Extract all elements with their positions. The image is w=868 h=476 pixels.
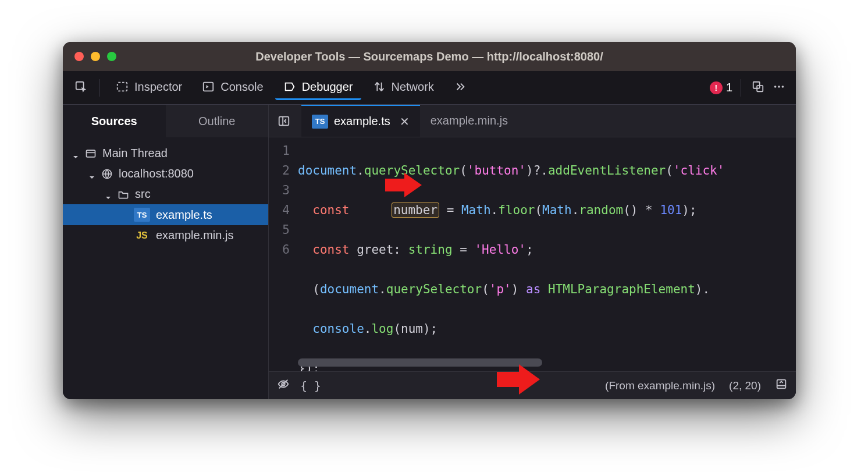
horizontal-scrollbar[interactable]: [298, 358, 542, 367]
svg-point-6: [778, 86, 780, 88]
caret-down-icon: [105, 191, 112, 198]
file-tree: Main Thread localhost:8080 src TS exampl…: [63, 137, 268, 246]
tree-host[interactable]: localhost:8080: [63, 164, 268, 184]
tree-label: example.min.js: [156, 229, 233, 242]
tree-label: Main Thread: [102, 147, 168, 160]
eye-off-icon: [277, 378, 290, 390]
svg-rect-1: [118, 83, 127, 91]
tree-folder-src[interactable]: src: [63, 184, 268, 204]
tree-label: localhost:8080: [119, 167, 194, 180]
editor-statusbar: { } (From example.min.js) (2, 20): [269, 371, 796, 399]
close-window-button[interactable]: [74, 52, 84, 61]
pointer-icon: [74, 80, 87, 93]
tab-label: Inspector: [134, 80, 182, 94]
line-gutter: 1 2 3 4 5 6: [269, 137, 298, 371]
error-badge-icon: !: [710, 81, 723, 94]
maximize-window-button[interactable]: [107, 52, 116, 61]
separator: [741, 79, 741, 97]
tab-network[interactable]: Network: [365, 76, 442, 100]
editor-area: TS example.ts ✕ example.min.js 1 2 3 4 5…: [269, 105, 796, 399]
tab-filename: example.min.js: [431, 114, 508, 127]
error-count: 1: [726, 81, 732, 94]
dock-mode-button[interactable]: [749, 76, 767, 100]
caret-down-icon: [72, 150, 79, 157]
minimize-window-button[interactable]: [91, 52, 100, 61]
tab-console[interactable]: Console: [194, 76, 271, 100]
ts-badge-icon: TS: [134, 208, 150, 222]
svg-rect-8: [87, 150, 95, 157]
tab-filename: example.ts: [334, 115, 390, 128]
sources-sidebar: Sources Outline Main Thread localhost:80…: [63, 105, 269, 399]
sidebar-tab-sources[interactable]: Sources: [63, 105, 166, 137]
window-title: Developer Tools — Sourcemaps Demo — http…: [63, 50, 796, 63]
tree-main-thread[interactable]: Main Thread: [63, 143, 268, 164]
tab-label: Console: [220, 80, 263, 94]
devtools-toolbar: Inspector Console Debugger Network ! 1: [63, 71, 796, 105]
tree-label: example.ts: [156, 208, 212, 222]
sidebar-tab-outline[interactable]: Outline: [166, 105, 269, 137]
window-icon: [85, 148, 97, 159]
tree-label: src: [135, 187, 151, 201]
blackbox-button[interactable]: [277, 378, 290, 393]
devtools-window: Developer Tools — Sourcemaps Demo — http…: [63, 42, 796, 399]
code-content: document.querySelector('button')?.addEve…: [298, 137, 796, 371]
sidebar-tabs: Sources Outline: [63, 105, 268, 137]
tab-label: Network: [392, 80, 434, 94]
tab-inspector[interactable]: Inspector: [108, 76, 190, 100]
code-editor[interactable]: 1 2 3 4 5 6 document.querySelector('butt…: [269, 137, 796, 371]
svg-point-7: [782, 86, 784, 88]
sourcemap-origin: (From example.min.js): [605, 379, 715, 392]
globe-icon: [101, 168, 113, 180]
highlighted-token: number: [392, 203, 439, 218]
tree-file-example-ts[interactable]: TS example.ts: [63, 204, 268, 225]
editor-tab-example-ts[interactable]: TS example.ts ✕: [301, 105, 420, 137]
error-indicator[interactable]: ! 1: [710, 81, 732, 94]
js-badge-icon: JS: [134, 230, 150, 241]
toggle-sidebar-button[interactable]: [273, 111, 294, 132]
console-icon: [202, 80, 215, 93]
caret-down-icon: [88, 170, 95, 177]
titlebar: Developer Tools — Sourcemaps Demo — http…: [63, 42, 796, 71]
editor-tab-example-min-js[interactable]: example.min.js: [420, 105, 518, 137]
editor-tabs: TS example.ts ✕ example.min.js: [269, 105, 796, 137]
tab-debugger[interactable]: Debugger: [275, 76, 361, 100]
pretty-print-button[interactable]: { }: [300, 379, 321, 393]
tabs-overflow-button[interactable]: [446, 76, 475, 100]
tree-file-example-min-js[interactable]: JS example.min.js: [63, 225, 268, 246]
traffic-lights: [74, 52, 116, 61]
panel-left-icon: [278, 115, 290, 127]
network-icon: [373, 80, 386, 93]
panel-bottom-icon: [775, 378, 788, 390]
close-tab-button[interactable]: ✕: [400, 115, 410, 129]
inspector-icon: [116, 80, 129, 93]
dots-icon: [773, 80, 785, 93]
svg-point-5: [774, 86, 777, 88]
ts-badge-icon: TS: [312, 115, 328, 129]
folder-icon: [118, 189, 129, 200]
separator: [99, 79, 99, 97]
cursor-position: (2, 20): [729, 379, 761, 392]
devtools-body: Sources Outline Main Thread localhost:80…: [63, 105, 796, 399]
chevrons-right-icon: [454, 80, 467, 93]
dock-icon: [752, 80, 764, 93]
toggle-bottom-panel-button[interactable]: [775, 378, 788, 393]
debugger-icon: [283, 80, 296, 93]
pick-element-button[interactable]: [71, 76, 91, 100]
kebab-menu-button[interactable]: [770, 76, 788, 100]
tab-label: Debugger: [302, 80, 353, 94]
